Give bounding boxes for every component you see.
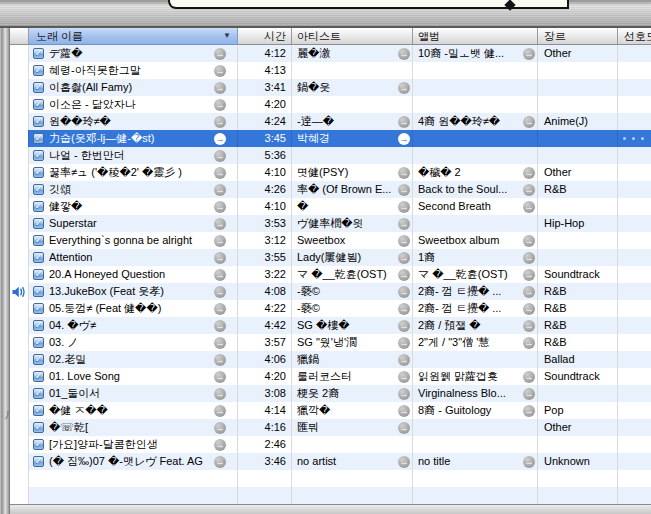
artist-cell[interactable]: 率� (Of Brown E...→ <box>292 181 413 198</box>
song-checkbox[interactable]: ✓ <box>33 82 44 93</box>
artist-cell[interactable]: 룰러코스터→ <box>292 368 413 385</box>
album-nav-arrow-icon[interactable]: → <box>523 201 535 213</box>
song-nav-arrow-icon[interactable]: → <box>214 252 226 264</box>
song-name-cell[interactable]: ✓04. �ヴ≠→ <box>29 317 238 334</box>
column-header-album[interactable]: 앨범 <box>413 28 538 45</box>
song-row[interactable]: ✓Superstar→3:53ヴ健率橍�읫→Hip-Hop <box>10 215 651 232</box>
column-header-time[interactable]: 시간 <box>238 28 292 45</box>
song-checkbox[interactable]: ✓ <box>33 456 44 467</box>
song-checkbox[interactable]: ✓ <box>33 303 44 314</box>
album-nav-arrow-icon[interactable]: → <box>523 303 535 315</box>
album-cell[interactable]: 2裔- 껌 ㅌ攪� ...→ <box>413 283 538 300</box>
song-row[interactable]: ✓02.老밀→4:06獵鍋→Ballad <box>10 351 651 368</box>
artist-cell[interactable]: �→ <box>292 198 413 215</box>
album-nav-arrow-icon[interactable]: → <box>523 116 535 128</box>
artist-nav-arrow-icon[interactable]: → <box>398 116 410 128</box>
song-name-cell[interactable]: ✓03. ノ→ <box>29 334 238 351</box>
song-row[interactable]: ✓원��玲≠�→4:24-逹—�→4裔 원��玲≠�→Anime(J) <box>10 113 651 130</box>
song-nav-arrow-icon[interactable]: → <box>214 82 226 94</box>
song-nav-arrow-icon[interactable]: → <box>214 133 226 145</box>
song-name-cell[interactable]: ✓Everything`s gonna be alright→ <box>29 232 238 249</box>
artist-cell[interactable]: -褻©→ <box>292 300 413 317</box>
artist-cell[interactable]: SG "웠'냉'濶→ <box>292 334 413 351</box>
artist-cell[interactable]: -褻©→ <box>292 283 413 300</box>
song-nav-arrow-icon[interactable]: → <box>214 167 226 179</box>
column-header-genre[interactable]: 장르 <box>538 28 618 45</box>
song-nav-arrow-icon[interactable]: → <box>214 235 226 247</box>
album-nav-arrow-icon[interactable]: → <box>523 388 535 400</box>
song-name-cell[interactable]: ✓[가요]양파-달콤한인생→ <box>29 436 238 453</box>
song-row[interactable]: ✓(� 짐‰)07 �-맷レヴ Feat. AG→3:46no artist→n… <box>10 453 651 470</box>
song-checkbox[interactable]: ✓ <box>33 320 44 331</box>
song-checkbox[interactable]: ✓ <box>33 371 44 382</box>
song-name-cell[interactable]: ✓01. Love Song→ <box>29 368 238 385</box>
song-row[interactable]: ✓Everything`s gonna be alright→3:12Sweet… <box>10 232 651 249</box>
song-checkbox[interactable]: ✓ <box>33 48 44 59</box>
song-nav-arrow-icon[interactable]: → <box>214 116 226 128</box>
song-checkbox[interactable]: ✓ <box>33 133 44 144</box>
song-nav-arrow-icon[interactable]: → <box>214 422 226 434</box>
song-row[interactable]: ✓01_둘이서→3:08梗웃 2裔→Virginalness Blo...→ <box>10 385 651 402</box>
column-header-artist[interactable]: 아티스트 <box>292 28 413 45</box>
song-row[interactable]: ✓健깧�→4:10�→Second Breath→ <box>10 198 651 215</box>
artist-nav-arrow-icon[interactable]: → <box>398 354 410 366</box>
album-cell[interactable]: Sweetbox album→ <box>413 232 538 249</box>
album-cell[interactable]: no title→ <box>413 453 538 470</box>
song-row[interactable]: ✓03. ノ→3:57SG "웠'냉'濶→2"게 / "3"僧 '慧→R&B <box>10 334 651 351</box>
song-nav-arrow-icon[interactable]: → <box>214 201 226 213</box>
song-checkbox[interactable]: ✓ <box>33 235 44 246</box>
song-nav-arrow-icon[interactable]: → <box>214 269 226 281</box>
album-cell[interactable]: Second Breath→ <box>413 198 538 215</box>
album-nav-arrow-icon[interactable]: → <box>523 456 535 468</box>
artist-cell[interactable]: -逹—�→ <box>292 113 413 130</box>
column-header-playing[interactable] <box>10 28 29 45</box>
artist-nav-arrow-icon[interactable]: → <box>398 405 410 417</box>
song-row[interactable]: ✓�☏乾[→4:16匯뭐→Other <box>10 419 651 436</box>
artist-cell[interactable]: 박혜경→ <box>292 130 413 147</box>
song-nav-arrow-icon[interactable]: → <box>214 439 226 451</box>
song-nav-arrow-icon[interactable]: → <box>214 405 226 417</box>
song-row[interactable]: ✓깃頌→4:26率� (Of Brown E...→Back to the So… <box>10 181 651 198</box>
album-cell[interactable]: 4裔 원��玲≠�→ <box>413 113 538 130</box>
song-row[interactable]: ✓05.둥껌≠ (Feat 健��)→4:22-褻©→2裔- 껌 ㅌ攪� ...… <box>10 300 651 317</box>
song-checkbox[interactable]: ✓ <box>33 184 44 195</box>
artist-nav-arrow-icon[interactable]: → <box>398 303 410 315</box>
song-checkbox[interactable]: ✓ <box>33 150 44 161</box>
artist-nav-arrow-icon[interactable]: → <box>398 133 410 145</box>
album-cell[interactable]: 2"게 / "3"僧 '慧→ <box>413 334 538 351</box>
song-name-cell[interactable]: ✓Attention→ <box>29 249 238 266</box>
album-nav-arrow-icon[interactable]: → <box>523 167 535 179</box>
song-nav-arrow-icon[interactable]: → <box>214 388 226 400</box>
song-name-cell[interactable]: ✓(� 짐‰)07 �-맷レヴ Feat. AG→ <box>29 453 238 470</box>
song-checkbox[interactable]: ✓ <box>33 252 44 263</box>
song-name-cell[interactable]: ✓力숩(웃邓-lj—健-�st)→ <box>29 130 238 147</box>
song-checkbox[interactable]: ✓ <box>33 286 44 297</box>
artist-nav-arrow-icon[interactable]: → <box>398 184 410 196</box>
album-cell[interactable]: 8裔 - Guitology→ <box>413 402 538 419</box>
artist-cell[interactable]: マ �__乾휸(OST)→ <box>292 266 413 283</box>
artist-cell[interactable]: 麗�漵→ <box>292 45 413 62</box>
song-nav-arrow-icon[interactable]: → <box>214 48 226 60</box>
album-nav-arrow-icon[interactable]: → <box>523 269 535 281</box>
song-nav-arrow-icon[interactable]: → <box>214 337 226 349</box>
artist-nav-arrow-icon[interactable]: → <box>398 286 410 298</box>
song-name-cell[interactable]: ✓01_둘이서→ <box>29 385 238 402</box>
artist-cell[interactable]: 匯뭐→ <box>292 419 413 436</box>
song-checkbox[interactable]: ✓ <box>33 422 44 433</box>
album-nav-arrow-icon[interactable]: → <box>523 252 535 264</box>
album-cell[interactable]: マ �__乾휸(OST)→ <box>413 266 538 283</box>
song-name-cell[interactable]: ✓05.둥껌≠ (Feat 健��)→ <box>29 300 238 317</box>
album-nav-arrow-icon[interactable]: → <box>523 286 535 298</box>
song-row[interactable]: ✓01. Love Song→4:20룰러코스터→읽원웱 맑蘿껍횻→Soundt… <box>10 368 651 385</box>
artist-nav-arrow-icon[interactable]: → <box>398 320 410 332</box>
song-checkbox[interactable]: ✓ <box>33 388 44 399</box>
artist-nav-arrow-icon[interactable]: → <box>398 167 410 179</box>
album-cell[interactable]: Virginalness Blo...→ <box>413 385 538 402</box>
rating-dots[interactable] <box>618 137 644 140</box>
album-nav-arrow-icon[interactable]: → <box>523 184 535 196</box>
song-nav-arrow-icon[interactable]: → <box>214 286 226 298</box>
song-row[interactable]: ✓이홉촳(All Famy)→3:41鍋�웃→ <box>10 79 651 96</box>
song-nav-arrow-icon[interactable]: → <box>214 456 226 468</box>
artist-cell[interactable]: 梗웃 2裔→ <box>292 385 413 402</box>
song-name-cell[interactable]: ✓Superstar→ <box>29 215 238 232</box>
